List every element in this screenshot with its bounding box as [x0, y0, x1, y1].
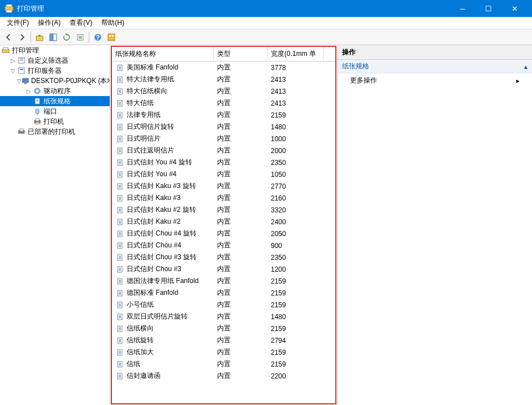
maximize-button[interactable]: ☐ — [475, 0, 501, 17]
table-row[interactable]: 日式明信片内置1000 — [112, 133, 335, 145]
table-row[interactable]: 日式信封 Chou #4 旋转内置2050 — [112, 228, 335, 239]
table-row[interactable]: 日式信封 Kaku #3内置2160 — [112, 192, 335, 204]
actions-more[interactable]: 更多操作 ▸ — [338, 73, 532, 88]
collapse-icon[interactable]: ▽ — [9, 68, 17, 74]
table-row[interactable]: 小号信纸内置2159 — [112, 299, 335, 311]
port-icon — [33, 107, 42, 116]
row-type: 内置 — [214, 98, 267, 108]
table-row[interactable]: 信封邀请函内置2200 — [112, 370, 335, 382]
expand-icon[interactable]: ▷ — [25, 88, 33, 94]
table-row[interactable]: 德国法律专用纸 Fanfold内置2159 — [112, 275, 335, 287]
table-row[interactable]: 德国标准 Fanfold内置2159 — [112, 287, 335, 299]
menu-action[interactable]: 操作(A) — [33, 17, 65, 29]
up-level-button[interactable] — [33, 31, 46, 43]
form-icon — [115, 360, 124, 369]
row-width: 2050 — [267, 230, 324, 238]
tree-ports[interactable]: 端口 — [0, 106, 110, 116]
row-type: 内置 — [214, 193, 267, 203]
table-row[interactable]: 信纸横向内置2159 — [112, 323, 335, 334]
forward-button[interactable] — [16, 31, 28, 43]
table-row[interactable]: 日式信封 Chou #3内置1200 — [112, 263, 335, 275]
column-header-type[interactable]: 类型 — [214, 47, 267, 61]
refresh-button[interactable] — [60, 31, 73, 43]
row-type: 内置 — [214, 312, 267, 321]
row-name: 日式信封 You #4 — [127, 169, 176, 179]
row-width: 2160 — [267, 194, 324, 202]
table-row[interactable]: 日式信封 You #4 旋转内置2350 — [112, 156, 335, 168]
menu-file[interactable]: 文件(F) — [2, 17, 33, 29]
minimize-button[interactable]: ─ — [449, 0, 475, 17]
help-button[interactable]: ? — [92, 31, 104, 43]
row-type: 内置 — [214, 347, 267, 357]
close-button[interactable]: ✕ — [501, 0, 527, 17]
table-row[interactable]: 特大信纸内置2413 — [112, 97, 335, 109]
table-row[interactable]: 法律专用纸内置2159 — [112, 109, 335, 121]
table-row[interactable]: 信纸加大内置2159 — [112, 346, 335, 358]
row-width: 2159 — [267, 111, 324, 119]
show-hide-tree-button[interactable] — [47, 31, 59, 43]
table-row[interactable]: 信纸内置2159 — [112, 358, 335, 370]
row-name: 法律专用纸 — [127, 110, 161, 120]
row-width: 2413 — [267, 88, 324, 95]
actions-group-header[interactable]: 纸张规格 ▴ — [338, 60, 532, 73]
list-body[interactable]: 美国标准 Fanfold内置3778特大法律专用纸内置2413特大信纸横向内置2… — [112, 62, 335, 403]
table-row[interactable]: 日式信封 Kaku #3 旋转内置2770 — [112, 180, 335, 192]
table-row[interactable]: 日式信封 Chou #4内置900 — [112, 239, 335, 251]
form-icon — [115, 99, 124, 108]
row-name: 日式信封 Kaku #3 旋转 — [127, 181, 196, 191]
table-row[interactable]: 日式信封 Chou #3 旋转内置2350 — [112, 251, 335, 263]
svg-rect-23 — [37, 114, 38, 115]
form-icon — [115, 265, 124, 274]
tree-forms[interactable]: 纸张规格 — [0, 96, 110, 106]
row-type: 内置 — [214, 336, 267, 345]
svg-rect-2 — [6, 10, 12, 12]
row-width: 3320 — [267, 206, 324, 214]
row-type: 内置 — [214, 110, 267, 120]
row-type: 内置 — [214, 146, 267, 155]
menu-view[interactable]: 查看(V) — [65, 17, 97, 29]
form-icon — [115, 134, 124, 143]
printer-icon — [33, 117, 42, 126]
tree-printers[interactable]: 打印机 — [0, 116, 110, 127]
tree-server[interactable]: ▽ DESKTOP-P0JPKQK (本地) — [0, 76, 110, 86]
table-row[interactable]: 日式往返明信片内置2000 — [112, 145, 335, 156]
tree-drivers[interactable]: ▷ 驱动程序 — [0, 86, 110, 96]
table-row[interactable]: 双层日式明信片旋转内置1480 — [112, 311, 335, 323]
tree-custom-filters[interactable]: ▷ 自定义筛选器 — [0, 55, 110, 66]
table-row[interactable]: 特大信纸横向内置2413 — [112, 85, 335, 97]
back-button[interactable] — [2, 31, 15, 43]
tree-deployed[interactable]: 已部署的打印机 — [0, 127, 110, 137]
column-header-name[interactable]: 纸张规格名称 — [112, 47, 214, 61]
table-row[interactable]: 美国标准 Fanfold内置3778 — [112, 62, 335, 73]
table-row[interactable]: 信纸旋转内置2794 — [112, 334, 335, 346]
column-header-width[interactable]: 宽度(0.1mm 单 — [267, 47, 324, 61]
table-row[interactable]: 特大法律专用纸内置2413 — [112, 73, 335, 85]
row-name: 信纸横向 — [127, 324, 154, 333]
table-row[interactable]: 日式信封 You #4内置1050 — [112, 168, 335, 180]
chevron-right-icon: ▸ — [516, 77, 520, 85]
actions-more-label: 更多操作 — [350, 76, 377, 85]
table-row[interactable]: 日式信封 Kaku #2内置2400 — [112, 216, 335, 228]
form-icon — [115, 289, 124, 298]
tree-root[interactable]: 打印管理 — [0, 45, 110, 55]
tree-print-servers[interactable]: ▽ 打印服务器 — [0, 66, 110, 76]
table-row[interactable]: 日式明信片旋转内置1480 — [112, 121, 335, 133]
toolbar-separator — [89, 32, 89, 43]
table-row[interactable]: 日式信封 Kaku #2 旋转内置3320 — [112, 204, 335, 216]
collapse-up-icon[interactable]: ▴ — [524, 63, 527, 71]
form-icon — [115, 253, 124, 262]
svg-rect-11 — [112, 35, 114, 37]
menu-help[interactable]: 帮助(H) — [97, 17, 129, 29]
svg-point-20 — [36, 90, 38, 92]
form-icon — [115, 277, 124, 286]
svg-rect-18 — [24, 83, 27, 84]
row-name: 日式信封 You #4 旋转 — [127, 158, 192, 167]
collapse-icon[interactable]: ▽ — [17, 78, 21, 84]
properties-button[interactable] — [105, 31, 118, 43]
tree-root-label: 打印管理 — [12, 46, 39, 55]
expand-icon[interactable]: ▷ — [9, 58, 17, 64]
svg-rect-3 — [36, 36, 43, 41]
export-list-button[interactable] — [74, 31, 86, 43]
svg-rect-13 — [3, 47, 8, 50]
row-name: 特大信纸 — [127, 98, 154, 108]
